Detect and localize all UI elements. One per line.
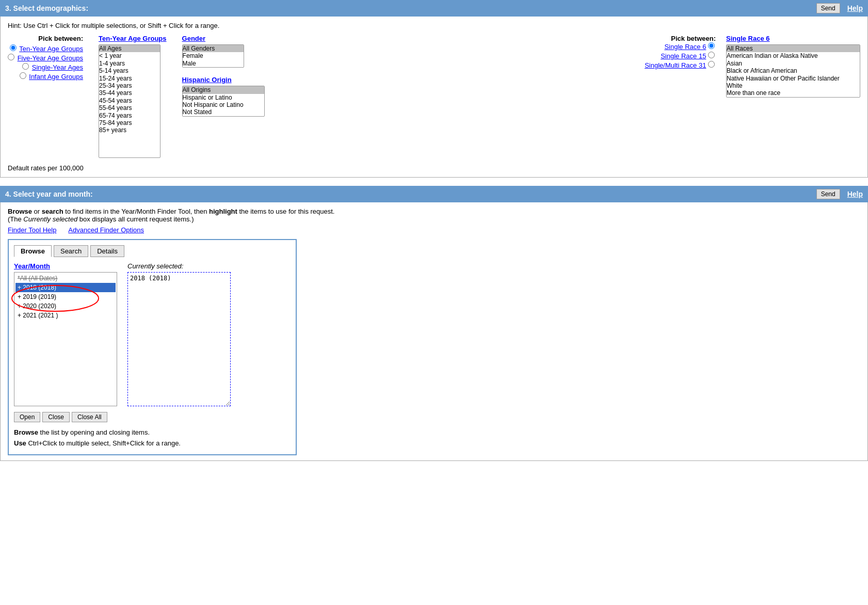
hispanic-origin-title[interactable]: Hispanic Origin [182,76,265,84]
default-rates-text: Default rates per 100,000 [8,164,860,172]
age-list-title[interactable]: Ten-Year Age Groups [99,35,166,42]
age-option-85plus[interactable]: 85+ years [99,126,160,134]
age-option-75-84[interactable]: 75-84 years [99,119,160,126]
section3-send-button[interactable]: Send [816,3,840,13]
tab-search[interactable]: Search [54,245,88,257]
age-option-45-54[interactable]: 45-54 years [99,97,160,104]
age-option-all[interactable]: All Ages [99,45,160,52]
five-year-age-label[interactable]: Five-Year Age Groups [8,54,83,62]
race-option-aian[interactable]: American Indian or Alaska Native [727,52,860,59]
finder-tool-help-link[interactable]: Finder Tool Help [8,226,56,234]
currently-selected-col: Currently selected: 2018 (2018) [127,262,231,408]
single-race-6-link[interactable]: Single Race 6 [664,43,706,51]
advanced-finder-link[interactable]: Advanced Finder Options [68,226,144,234]
close-button[interactable]: Close [42,412,70,422]
year-item-2020[interactable]: + 2020 (2020) [15,301,116,311]
section4-title: 4. Select year and month: [5,190,93,198]
age-radio-links: Ten-Year Age Groups Five-Year Age Groups… [8,44,83,82]
race-option-nhopi[interactable]: Native Hawaiian or Other Pacific Islande… [727,75,860,82]
open-button[interactable]: Open [14,412,40,422]
age-option-lt1[interactable]: < 1 year [99,52,160,59]
race-pick-between-label: Pick between: [645,35,716,42]
single-race-6-label[interactable]: Single Race 6 [645,42,716,51]
race-radio-links: Single Race 6 Single Race 15 Single/Mult… [645,42,716,69]
race-listbox-section: Single Race 6 All Races American Indian … [726,35,860,98]
single-race-15-link[interactable]: Single Race 15 [661,52,706,60]
single-year-ages-label[interactable]: Single-Year Ages [8,63,83,71]
single-multi-race-31-label[interactable]: Single/Multi Race 31 [645,61,716,69]
demographics-grid: Pick between: Ten-Year Age Groups Five-Y… [8,35,860,158]
finder-tool-box: Browse Search Details Year/Month *All (A… [8,239,297,455]
age-option-5-14[interactable]: 5-14 years [99,67,160,74]
hispanic-option-all[interactable]: All Origins [183,86,264,93]
browse-instructions: Browse the list by opening and closing i… [14,427,291,449]
hispanic-option-hispanic[interactable]: Hispanic or Latino [183,94,264,101]
ten-year-age-link[interactable]: Ten-Year Age Groups [19,45,83,53]
hispanic-option-not-hispanic[interactable]: Not Hispanic or Latino [183,101,264,108]
year-item-all[interactable]: *All (All Dates) [15,274,116,283]
gender-list-title[interactable]: Gender [182,35,265,42]
year-month-col: Year/Month *All (All Dates) + 2018 (2018… [14,262,117,406]
browse-bold2: Use [14,439,26,447]
race-option-multi[interactable]: More than one race [727,89,860,97]
age-option-25-34[interactable]: 25-34 years [99,82,160,89]
single-race-6-radio[interactable] [708,42,715,49]
finder-links: Finder Tool Help Advanced Finder Options [8,226,860,234]
race-list-title[interactable]: Single Race 6 [726,35,860,42]
infant-age-link[interactable]: Infant Age Groups [29,73,83,81]
gender-option-all[interactable]: All Genders [183,45,244,52]
year-item-2018[interactable]: + 2018 (2018) [15,283,116,292]
section3-help-link[interactable]: Help [847,4,863,12]
age-list-select[interactable]: All Ages < 1 year 1-4 years 5-14 years 1… [99,44,160,158]
single-year-age-link[interactable]: Single-Year Ages [32,63,83,71]
year-list[interactable]: *All (All Dates) + 2018 (2018) + 2019 (2… [14,272,117,406]
ten-year-age-label[interactable]: Ten-Year Age Groups [8,44,83,53]
race-option-asian[interactable]: Asian [727,60,860,67]
year-month-section: Year/Month *All (All Dates) + 2018 (2018… [14,262,291,408]
tab-details[interactable]: Details [90,245,124,257]
race-option-all[interactable]: All Races [727,45,860,52]
hispanic-option-not-stated[interactable]: Not Stated [183,108,264,116]
five-year-age-radio[interactable] [8,54,14,60]
section4-send-button[interactable]: Send [816,189,840,199]
year-item-2021[interactable]: + 2021 (2021 ) [15,311,116,320]
single-race-15-label[interactable]: Single Race 15 [645,52,716,60]
age-listbox-section: Ten-Year Age Groups All Ages < 1 year 1-… [99,35,166,158]
infant-age-label[interactable]: Infant Age Groups [8,72,83,81]
age-option-55-64[interactable]: 55-64 years [99,104,160,112]
single-year-age-radio[interactable] [22,63,29,70]
age-option-1-4[interactable]: 1-4 years [99,60,160,67]
gender-option-female[interactable]: Female [183,52,244,59]
age-option-35-44[interactable]: 35-44 years [99,89,160,97]
single-multi-race-31-radio[interactable] [708,61,715,68]
section3-title: 3. Select demographics: [5,4,88,12]
browse-hint-bold2: search [42,208,63,215]
gender-option-male[interactable]: Male [183,60,244,67]
five-year-age-link[interactable]: Five-Year Age Groups [18,54,83,62]
race-option-black[interactable]: Black or African American [727,67,860,74]
section3: 3. Select demographics: Send Help Hint: … [0,0,868,178]
race-option-white[interactable]: White [727,82,860,89]
single-multi-race-31-link[interactable]: Single/Multi Race 31 [645,61,706,69]
age-pick-between-label: Pick between: [38,35,83,42]
currently-selected-box[interactable]: 2018 (2018) [127,272,231,406]
single-race-15-radio[interactable] [708,52,715,58]
ten-year-age-radio[interactable] [10,44,17,51]
age-option-65-74[interactable]: 65-74 years [99,112,160,119]
tab-browse[interactable]: Browse [14,245,52,257]
infant-age-radio[interactable] [20,72,26,79]
hispanic-origin-select[interactable]: All Origins Hispanic or Latino Not Hispa… [182,86,265,117]
browse-hint-bold1: Browse [8,208,32,215]
close-all-button[interactable]: Close All [72,412,107,422]
section4-header-right: Send Help [816,189,863,199]
age-option-15-24[interactable]: 15-24 years [99,75,160,82]
tabs-row: Browse Search Details [14,245,291,257]
year-item-2019[interactable]: + 2019 (2019) [15,292,116,301]
currently-selected-label: Currently selected: [127,262,231,270]
browse-instruction-2: Use Ctrl+Click to multiple select, Shift… [14,438,291,449]
race-select[interactable]: All Races American Indian or Alaska Nati… [726,44,860,98]
section4-help-link[interactable]: Help [847,190,863,198]
bottom-buttons: Open Close Close All [14,412,291,422]
gender-select[interactable]: All Genders Female Male [182,44,244,68]
gender-listbox-section: Gender All Genders Female Male Hispanic … [182,35,265,117]
